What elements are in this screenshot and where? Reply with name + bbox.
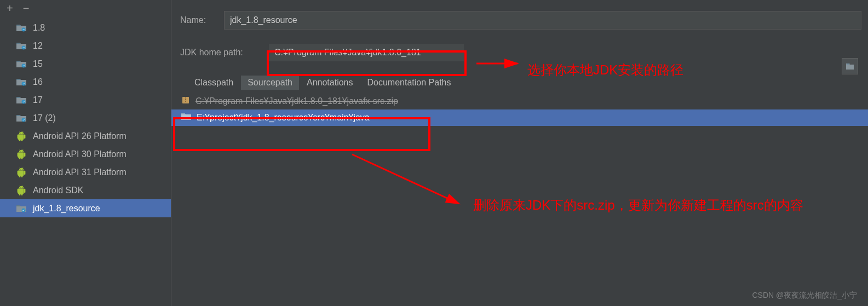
- folder-icon: [15, 113, 27, 123]
- tree-item-1-8[interactable]: 1.8: [0, 19, 171, 37]
- name-input[interactable]: [224, 11, 861, 30]
- tree-item-17-2-[interactable]: 17 (2): [0, 109, 171, 127]
- tree-item-12[interactable]: 12: [0, 37, 171, 55]
- tree-item-15[interactable]: 15: [0, 55, 171, 73]
- tree-item-label: 15: [33, 59, 43, 69]
- tab-classpath[interactable]: Classpath: [188, 76, 240, 90]
- name-label: Name:: [180, 15, 224, 25]
- sidebar-toolbar: + −: [0, 0, 171, 16]
- tree-item-android-api-26-platform[interactable]: Android API 26 Platform: [0, 127, 171, 145]
- svg-point-13: [22, 187, 22, 187]
- watermark: CSDN @夜夜流光相皎洁_小宁: [752, 291, 857, 301]
- source-path-list: C:¥Program Files¥Java¥jdk1.8.0_181¥javaf…: [171, 93, 868, 126]
- list-item[interactable]: C:¥Program Files¥Java¥jdk1.8.0_181¥javaf…: [171, 93, 868, 109]
- folder-icon: [15, 59, 27, 69]
- directory-icon: [181, 113, 191, 123]
- tree-item-label: 17 (2): [33, 113, 56, 123]
- svg-point-9: [22, 151, 22, 151]
- tab-sourcepath[interactable]: Sourcepath: [241, 76, 299, 90]
- tree-item-label: Android API 30 Platform: [33, 149, 127, 159]
- tree-item-label: 1.8: [33, 23, 45, 33]
- tab-annotations[interactable]: Annotations: [300, 76, 360, 90]
- android-icon: [15, 131, 27, 141]
- folder-icon: [15, 41, 27, 51]
- folder-icon: [15, 204, 27, 213]
- svg-point-11: [22, 169, 22, 169]
- android-icon: [15, 149, 27, 159]
- svg-point-8: [20, 151, 20, 151]
- tree-item-label: jdk_1.8_resource: [33, 204, 100, 213]
- tree-item-android-api-30-platform[interactable]: Android API 30 Platform: [0, 145, 171, 163]
- tree-item-label: 17: [33, 95, 43, 105]
- folder-icon: [15, 77, 27, 87]
- list-item-path: E:¥project¥jdk_1.8_resource¥src¥main¥jav…: [197, 113, 370, 123]
- tree-item-label: Android SDK: [33, 186, 84, 195]
- folder-icon: [15, 23, 27, 33]
- tree-item-label: Android API 26 Platform: [33, 131, 127, 141]
- list-item[interactable]: E:¥project¥jdk_1.8_resource¥src¥main¥jav…: [171, 109, 868, 126]
- tree-item-17[interactable]: 17: [0, 91, 171, 109]
- tree-item-android-api-31-platform[interactable]: Android API 31 Platform: [0, 163, 171, 181]
- add-button[interactable]: +: [7, 3, 13, 14]
- sdk-tabs: ClasspathSourcepathAnnotationsDocumentat…: [171, 76, 868, 90]
- jdk-home-label: JDK home path:: [180, 48, 269, 57]
- archive-icon: [181, 96, 190, 106]
- jdk-home-input[interactable]: [269, 44, 464, 61]
- sdk-sidebar: + − 1.81215161717 (2)Android API 26 Plat…: [0, 0, 171, 306]
- tree-item-16[interactable]: 16: [0, 73, 171, 91]
- svg-point-12: [20, 187, 20, 187]
- android-icon: [15, 168, 27, 177]
- folder-icon: [15, 95, 27, 105]
- list-item-path: C:¥Program Files¥Java¥jdk1.8.0_181¥javaf…: [196, 96, 398, 106]
- tab-documentation-paths[interactable]: Documentation Paths: [361, 76, 458, 90]
- remove-button[interactable]: −: [23, 3, 30, 14]
- tree-item-label: 16: [33, 77, 43, 87]
- sdk-detail-panel: Name: JDK home path: ClasspathSourcepath…: [171, 0, 868, 306]
- svg-point-7: [22, 132, 22, 133]
- svg-point-6: [20, 132, 20, 133]
- svg-point-10: [20, 169, 20, 169]
- tree-item-label: Android API 31 Platform: [33, 168, 127, 177]
- sdk-tree: 1.81215161717 (2)Android API 26 Platform…: [0, 16, 171, 217]
- tree-item-label: 12: [33, 41, 43, 51]
- tree-item-android-sdk[interactable]: Android SDK: [0, 181, 171, 199]
- android-icon: [15, 186, 27, 195]
- tree-item-jdk-1-8-resource[interactable]: jdk_1.8_resource: [0, 199, 171, 217]
- browse-button[interactable]: [842, 58, 858, 74]
